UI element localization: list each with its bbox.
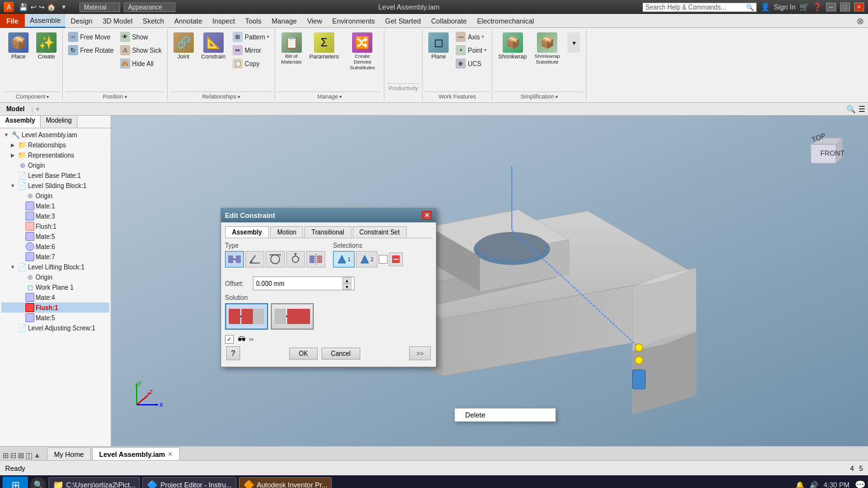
ctx-delete[interactable]: Delete xyxy=(455,409,555,421)
ribbon-expand-btn[interactable]: ⊗ xyxy=(853,16,868,26)
expand-icon[interactable]: ▶ xyxy=(9,141,17,149)
tree-item-mate1[interactable]: Mate:1 xyxy=(1,201,109,211)
offset-up-arrow[interactable]: ▲ xyxy=(342,277,351,283)
ribbon-btn-ucs[interactable]: ⊕ UCS xyxy=(453,57,489,70)
tree-item-mate5[interactable]: Mate:5 xyxy=(1,231,109,241)
constraint-checkbox[interactable]: ✓ xyxy=(225,335,234,344)
menu-3dmodel[interactable]: 3D Model xyxy=(98,14,138,28)
expand-icon[interactable]: ▼ xyxy=(9,263,17,271)
tab-assembly[interactable]: Assembly xyxy=(0,116,41,128)
type-btn-mate[interactable] xyxy=(225,251,244,268)
tree-item-sliding-block[interactable]: ▼ 📄 Level Sliding Block:1 xyxy=(1,180,109,191)
vp-icon-split4[interactable]: ⊠ xyxy=(18,451,24,460)
nav-cube[interactable]: FRONT TOP xyxy=(798,128,849,179)
ribbon-btn-parameters[interactable]: Σ Parameters xyxy=(306,30,342,62)
vp-tab-close[interactable]: ✕ xyxy=(168,451,173,458)
component-group-label[interactable]: Component ▾ xyxy=(5,92,60,101)
vp-icon-grid[interactable]: ⊞ xyxy=(3,451,9,460)
relationships-group-label[interactable]: Relationships ▾ xyxy=(170,92,273,101)
menu-get-started[interactable]: Get Started xyxy=(380,14,426,28)
ribbon-btn-show[interactable]: 👁 Show xyxy=(118,30,165,43)
vp-tab-assembly[interactable]: Level Assembly.iam ✕ xyxy=(92,447,180,460)
search-panel-icon[interactable]: 🔍 xyxy=(846,105,856,114)
ribbon-btn-bom[interactable]: 📋 Bill of Materials xyxy=(278,30,304,67)
material-dropdown[interactable]: Material xyxy=(79,3,120,12)
notification-btn[interactable]: 💬 xyxy=(855,480,865,488)
tray-notification[interactable]: 🔔 xyxy=(796,481,804,489)
work-features-group-label[interactable]: Work Features xyxy=(425,92,489,101)
menu-view[interactable]: View xyxy=(302,14,327,28)
menu-electromechanical[interactable]: Electromechanical xyxy=(472,14,539,28)
ribbon-btn-axis[interactable]: — Axis ▾ xyxy=(453,30,489,43)
ribbon-btn-free-rotate[interactable]: ↻ Free Rotate xyxy=(65,44,116,57)
ribbon-btn-joint[interactable]: 🔗 Joint xyxy=(170,30,197,62)
taskbar-explorer[interactable]: 📁 C:\Users\ortiza2\Pict... xyxy=(48,477,140,488)
store-icon[interactable]: 🛒 xyxy=(799,3,809,11)
close-button[interactable]: ✕ xyxy=(854,3,864,11)
file-menu[interactable]: File xyxy=(0,14,25,28)
dialog-tab-assembly[interactable]: Assembly xyxy=(225,226,269,238)
tree-item-relationships[interactable]: ▶ 📁 Relationships xyxy=(1,140,109,150)
tree-item-mate7[interactable]: Mate:7 xyxy=(1,252,109,262)
type-btn-insert[interactable] xyxy=(286,251,305,268)
cancel-button[interactable]: Cancel xyxy=(322,348,360,360)
help-button[interactable]: ? xyxy=(226,346,240,360)
selection-2-btn[interactable]: 2 xyxy=(356,251,377,268)
ribbon-btn-plane[interactable]: ◻ Plane xyxy=(425,30,452,62)
taskbar-project-editor[interactable]: 🔷 Project Editor - Instru... xyxy=(142,477,236,488)
menu-environments[interactable]: Environments xyxy=(327,14,380,28)
ribbon-btn-constrain[interactable]: 📐 Constrain xyxy=(198,30,229,62)
menu-sketch[interactable]: Sketch xyxy=(138,14,170,28)
vp-icon-side[interactable]: ◫ xyxy=(25,451,32,460)
tree-item-representations[interactable]: ▶ 📁 Representations xyxy=(1,150,109,160)
selection-checkbox[interactable] xyxy=(379,255,388,264)
ribbon-btn-copy[interactable]: 📋 Copy xyxy=(230,57,272,70)
search-bar[interactable]: Search Help & Commands... 🔍 xyxy=(642,3,757,12)
tree-item-workplane1[interactable]: ◻ Work Plane 1 xyxy=(1,282,109,292)
position-group-label[interactable]: Position ▾ xyxy=(65,92,165,101)
panel-menu-icon[interactable]: ☰ xyxy=(858,105,865,114)
tree-item-adj-screw[interactable]: 📄 Level Adjusting Screw:1 xyxy=(1,323,109,333)
menu-annotate[interactable]: Annotate xyxy=(169,14,207,28)
tree-item-flush1[interactable]: Flush:1 xyxy=(1,221,109,231)
ribbon-btn-place[interactable]: 📦 Place xyxy=(5,30,32,62)
vp-tab-home[interactable]: My Home xyxy=(47,447,91,460)
tree-item-mate5b[interactable]: Mate:5 xyxy=(1,313,109,323)
menu-design[interactable]: Design xyxy=(65,14,97,28)
expand-icon[interactable]: ▼ xyxy=(3,131,10,139)
menu-inspect[interactable]: Inspect xyxy=(207,14,240,28)
type-btn-symmetry[interactable] xyxy=(306,251,325,268)
ribbon-btn-mirror[interactable]: ⇔ Mirror xyxy=(230,44,272,57)
vp-icon-expand[interactable]: ▲ xyxy=(34,451,41,460)
ribbon-btn-free-move[interactable]: ↔ Free Move xyxy=(65,30,116,43)
menu-assemble[interactable]: Assemble xyxy=(25,14,65,28)
quick-access-home[interactable]: 🏠 xyxy=(47,3,56,11)
sign-in-text[interactable]: Sign In xyxy=(774,3,796,11)
menu-collaborate[interactable]: Collaborate xyxy=(426,14,471,28)
solution-btn-2[interactable] xyxy=(271,303,314,330)
start-button[interactable]: ⊞ xyxy=(3,477,28,488)
quick-access-undo[interactable]: ↩ xyxy=(31,3,36,11)
menu-tools[interactable]: Tools xyxy=(240,14,267,28)
manage-group-label[interactable]: Manage ▾ xyxy=(278,92,381,101)
expand-button[interactable]: >> xyxy=(409,346,431,360)
tree-item-root[interactable]: ▼ 🔧 Level Assembly.iam xyxy=(1,130,109,140)
viewport[interactable]: FRONT TOP x y z Delete E xyxy=(111,116,868,446)
dialog-tab-transitional[interactable]: Transitional xyxy=(304,226,351,238)
help-icon[interactable]: ❓ xyxy=(813,3,822,11)
ribbon-btn-create[interactable]: ✨ Create xyxy=(33,30,60,62)
tray-volume[interactable]: 🔊 xyxy=(810,481,818,489)
tree-item-origin1[interactable]: ⊕ Origin xyxy=(1,160,109,170)
tab-modeling[interactable]: Modeling xyxy=(41,116,78,128)
ok-button[interactable]: OK xyxy=(289,348,317,360)
add-panel-tab[interactable]: + xyxy=(36,105,40,114)
dialog-tab-constraint-set[interactable]: Constraint Set xyxy=(353,226,407,238)
quick-access-save[interactable]: 💾 xyxy=(19,3,28,11)
simplification-group-label[interactable]: Simplification ▾ xyxy=(495,92,583,101)
solution-btn-1[interactable] xyxy=(225,303,268,330)
type-btn-angle[interactable] xyxy=(245,251,264,268)
search-button[interactable]: 🔍 xyxy=(31,477,46,488)
model-tab-label[interactable]: Model xyxy=(3,105,29,113)
ribbon-btn-shrinkwrap-sub[interactable]: 📦 Shrinkwrap Substitute xyxy=(531,30,563,67)
min-button[interactable]: ─ xyxy=(826,3,836,11)
